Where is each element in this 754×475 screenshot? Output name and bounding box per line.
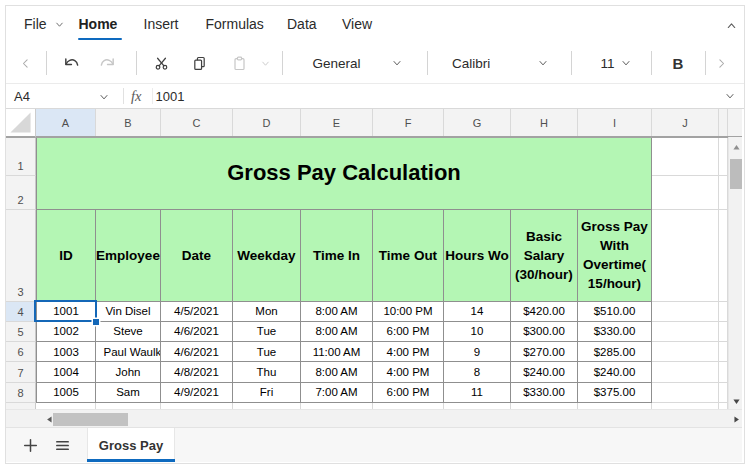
cell-F7[interactable]: 4:00 PM [373, 362, 444, 383]
cell-G6[interactable]: 9 [444, 342, 511, 362]
number-format-dropdown[interactable]: General [313, 42, 361, 84]
cell-H4[interactable]: $420.00 [511, 302, 578, 322]
cell-G8[interactable]: 11 [444, 383, 511, 403]
cell-E5[interactable]: 8:00 AM [301, 322, 373, 343]
cell-C8[interactable]: 4/9/2021 [161, 383, 233, 403]
column-header-A[interactable]: A [36, 109, 96, 136]
cell-K4[interactable] [719, 302, 728, 322]
row-header-6[interactable]: 6 [6, 342, 36, 362]
font-name-chevron[interactable] [531, 51, 555, 75]
fx-icon[interactable]: fx [131, 84, 141, 108]
menu-tab-view[interactable]: View [342, 6, 372, 42]
cell-G7[interactable]: 8 [444, 362, 511, 383]
vertical-scrollbar[interactable] [728, 137, 743, 410]
cell-F6[interactable]: 4:00 PM [373, 342, 444, 362]
cut-button[interactable] [149, 51, 173, 75]
cell-H5[interactable]: $300.00 [511, 322, 578, 343]
menu-tab-formulas[interactable]: Formulas [206, 6, 264, 42]
cell-J4[interactable] [652, 302, 719, 322]
font-size-dropdown[interactable]: 11 [601, 42, 615, 84]
sheet-list-button[interactable] [47, 428, 77, 462]
cell-A8[interactable]: 1005 [36, 383, 96, 403]
header-cell-F3[interactable]: Time Out [373, 210, 444, 302]
row-header-7[interactable]: 7 [6, 362, 36, 383]
cell-J5[interactable] [652, 322, 719, 343]
row-header-5[interactable]: 5 [6, 322, 36, 343]
header-cell-E3[interactable]: Time In [301, 210, 373, 302]
cell-E6[interactable]: 11:00 AM [301, 342, 373, 362]
add-sheet-button[interactable] [15, 428, 45, 462]
cell-B6[interactable]: Paul Waulk [96, 342, 161, 362]
number-format-chevron[interactable] [385, 51, 409, 75]
menu-tab-data[interactable]: Data [287, 6, 317, 42]
header-cell-B3[interactable]: Employee [96, 210, 161, 302]
cell-D6[interactable]: Tue [233, 342, 301, 362]
cell-I6[interactable]: $285.00 [578, 342, 652, 362]
cell-J6[interactable] [652, 342, 719, 362]
cell-B4[interactable]: Vin Disel [96, 302, 161, 322]
cell-A5[interactable]: 1002 [36, 322, 96, 343]
cell-I8[interactable]: $375.00 [578, 383, 652, 403]
row-header-2[interactable]: 2 [6, 176, 36, 210]
cell-K5[interactable] [719, 322, 728, 343]
header-cell-I3[interactable]: Gross Pay With Overtime( 15/hour) [578, 210, 652, 302]
vertical-scroll-thumb[interactable] [730, 159, 742, 189]
cell-G4[interactable]: 14 [444, 302, 511, 322]
row-header-4[interactable]: 4 [6, 302, 36, 322]
cell-E7[interactable]: 8:00 AM [301, 362, 373, 383]
cell-C5[interactable]: 4/6/2021 [161, 322, 233, 343]
cell-D4[interactable]: Mon [233, 302, 301, 322]
cell-J7[interactable] [652, 362, 719, 383]
column-header-I[interactable]: I [578, 109, 652, 136]
cell-K3[interactable] [719, 210, 728, 302]
cell-F4[interactable]: 10:00 PM [373, 302, 444, 322]
cell-I5[interactable]: $330.00 [578, 322, 652, 343]
table-title-cell[interactable]: Gross Pay Calculation [36, 138, 652, 210]
cell-A7[interactable]: 1004 [36, 362, 96, 383]
copy-button[interactable] [188, 51, 212, 75]
cell-K2[interactable] [719, 176, 728, 210]
fill-handle[interactable] [93, 319, 100, 326]
horizontal-scrollbar[interactable] [6, 409, 742, 427]
column-header-C[interactable]: C [161, 109, 233, 136]
ribbon-scroll-right-button[interactable] [709, 51, 733, 75]
cell-J8[interactable] [652, 383, 719, 403]
redo-button[interactable] [96, 51, 120, 75]
formula-input[interactable]: 1001 [156, 84, 185, 108]
cell-C6[interactable]: 4/6/2021 [161, 342, 233, 362]
cell-D5[interactable]: Tue [233, 322, 301, 343]
column-header-F[interactable]: F [373, 109, 444, 136]
cell-H8[interactable]: $330.00 [511, 383, 578, 403]
menu-tab-file[interactable]: File [24, 6, 65, 42]
paste-dropdown-chevron[interactable] [253, 51, 277, 75]
cell-D7[interactable]: Thu [233, 362, 301, 383]
select-all-corner[interactable] [6, 109, 36, 138]
cell-C7[interactable]: 4/8/2021 [161, 362, 233, 383]
header-cell-D3[interactable]: Weekday [233, 210, 301, 302]
cell-F5[interactable]: 6:00 PM [373, 322, 444, 343]
column-header-J[interactable]: J [652, 109, 719, 136]
cell-H6[interactable]: $270.00 [511, 342, 578, 362]
cell-A6[interactable]: 1003 [36, 342, 96, 362]
sheet-tab-gross-pay[interactable]: Gross Pay [87, 428, 175, 462]
cell-I7[interactable]: $240.00 [578, 362, 652, 383]
font-size-chevron[interactable] [614, 51, 638, 75]
cell-I4[interactable]: $510.00 [578, 302, 652, 322]
cell-F8[interactable]: 6:00 PM [373, 383, 444, 403]
name-box[interactable]: A4 [14, 84, 30, 108]
ribbon-collapse-button[interactable] [722, 16, 740, 34]
header-cell-C3[interactable]: Date [161, 210, 233, 302]
cell-B8[interactable]: Sam [96, 383, 161, 403]
font-name-dropdown[interactable]: Calibri [452, 42, 490, 84]
cell-D8[interactable]: Fri [233, 383, 301, 403]
menu-tab-insert[interactable]: Insert [144, 6, 179, 42]
cell-B7[interactable]: John [96, 362, 161, 383]
bold-button[interactable]: B [671, 42, 685, 84]
column-header-E[interactable]: E [301, 109, 373, 136]
header-cell-H3[interactable]: Basic Salary (30/hour) [511, 210, 578, 302]
cell-E4[interactable]: 8:00 AM [301, 302, 373, 322]
scroll-up-button[interactable] [730, 143, 743, 153]
cell-J3[interactable] [652, 210, 719, 302]
cell-C4[interactable]: 4/5/2021 [161, 302, 233, 322]
cell-G5[interactable]: 10 [444, 322, 511, 343]
